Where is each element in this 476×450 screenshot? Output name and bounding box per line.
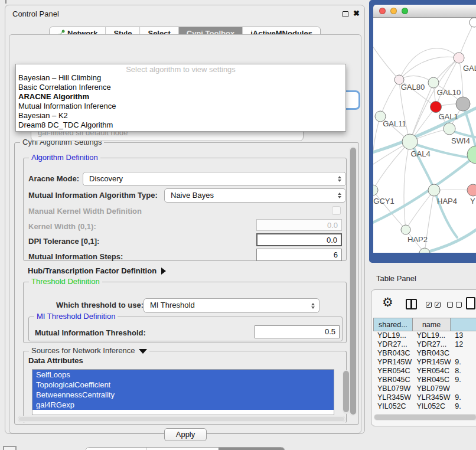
dpi-tolerance-label: DPI Tolerance [0,1]: — [28, 237, 99, 246]
network-window-titlebar[interactable] — [373, 5, 476, 18]
threshold-definition-title: Threshold Definition — [29, 277, 102, 286]
settings-horizontal-scrollbar[interactable] — [18, 416, 345, 422]
attribute-item-gal4rgexp[interactable]: gal4RGexp — [32, 400, 334, 410]
table-cell: YBL079W — [373, 384, 412, 393]
minimize-traffic-light[interactable] — [390, 8, 397, 14]
table-cell: YBR045C — [373, 376, 412, 384]
mi-threshold-group-title: MI Threshold Definition — [34, 312, 118, 321]
table-row[interactable]: YDL19...YDL19...13 — [373, 331, 476, 340]
settings-vertical-scrollbar[interactable] — [349, 146, 357, 416]
mi-steps-field[interactable]: 6 — [256, 249, 342, 261]
table-panel-title: Table Panel — [376, 274, 416, 283]
attribute-item-betweennesscentrality[interactable]: BetweennessCentrality — [32, 390, 334, 400]
network-edge — [404, 142, 410, 230]
tab-infer-network[interactable]: Infer Network — [219, 448, 285, 450]
kernel-width-field[interactable]: 0.0 — [256, 219, 342, 231]
table-row[interactable]: YBR045CYBR045C9. — [373, 376, 476, 384]
network-canvas[interactable]: GAL7GAL80GAL10GAL1GAL11SWI4GAL4GCY1HAP4Y… — [373, 18, 476, 253]
algorithm-option-basic-correlation-inference[interactable]: Basic Correlation Inference — [16, 83, 345, 92]
network-node[interactable] — [401, 225, 410, 234]
application-root: Control Panel ✖ NetworkStyleSelectCyni T… — [0, 0, 476, 450]
column-header[interactable] — [451, 318, 476, 331]
network-node[interactable] — [428, 77, 439, 88]
mi-threshold-field[interactable]: 0.5 — [255, 325, 340, 338]
algorithm-definition-group: Algorithm Definition Aracne Mode: Discov… — [23, 158, 347, 261]
network-node[interactable] — [431, 102, 442, 113]
network-edge — [373, 44, 399, 80]
network-node[interactable] — [373, 185, 378, 195]
triangle-right-icon — [161, 268, 166, 275]
sources-group: Sources for Network Inference Data Attri… — [23, 351, 347, 423]
node-label-gal80: GAL80 — [401, 83, 425, 92]
split-columns-icon[interactable] — [406, 299, 417, 309]
column-header[interactable]: shared... — [373, 318, 413, 331]
node-label-gal10: GAL10 — [437, 88, 461, 97]
table-row[interactable]: YDR27...YDR27...12 — [373, 340, 476, 349]
hub-definition-toggle[interactable]: Hub/Transcription Factor Definition — [28, 266, 166, 275]
mi-type-combo[interactable]: Naive Bayes — [164, 188, 346, 203]
algorithm-dropdown-popup: Select algorithm to view settings Bayesi… — [15, 64, 346, 132]
table-row[interactable]: YLR345WYLR345W9. — [373, 393, 476, 402]
network-node[interactable] — [456, 97, 470, 111]
algorithm-option-bayesian-hill-climbing[interactable]: Bayesian – Hill Climbing — [16, 73, 345, 83]
zoom-traffic-light[interactable] — [402, 8, 408, 14]
network-node[interactable] — [444, 123, 455, 135]
apply-button[interactable]: Apply — [164, 428, 207, 441]
control-panel-window: Control Panel ✖ NetworkStyleSelectCyni T… — [5, 5, 365, 434]
table-cell: YPR145W — [373, 358, 412, 367]
close-icon[interactable]: ✖ — [353, 9, 360, 18]
algorithm-option-dream8-dc-tdc-algorithm[interactable]: Dream8 DC_TDC Algorithm — [16, 120, 345, 130]
table-cell: YBR043C — [412, 349, 451, 358]
network-node[interactable] — [470, 18, 476, 27]
table-cell: YIL052C — [373, 402, 412, 411]
attribute-item-selfloops[interactable]: SelfLoops — [32, 370, 334, 380]
mi-threshold-group: MI Threshold Definition Mutual Informati… — [28, 317, 343, 341]
table-cell — [451, 384, 476, 393]
algorithm-option-mutual-information-inference[interactable]: Mutual Information Inference — [16, 102, 345, 111]
aracne-mode-combo[interactable]: Discovery — [83, 172, 346, 186]
data-attributes-list: SelfLoopsTopologicalCoefficientBetweenne… — [32, 369, 334, 415]
triangle-down-icon[interactable] — [139, 349, 147, 354]
unchecked-checkbox-icon[interactable] — [456, 302, 462, 308]
table-row[interactable]: YBR043CYBR043C — [373, 349, 476, 358]
table-cell: 8. — [451, 367, 476, 376]
algorithm-option-bayesian-k2[interactable]: Bayesian – K2 — [16, 111, 345, 120]
float-window-icon[interactable] — [343, 11, 348, 17]
checked-checkbox-icon[interactable]: ✓ — [426, 302, 432, 308]
unchecked-checkbox-icon[interactable] — [447, 302, 453, 308]
network-graph: GAL7GAL80GAL10GAL1GAL11SWI4GAL4GCY1HAP4Y… — [373, 18, 476, 253]
table-row[interactable]: YPR145WYPR145W9. — [373, 358, 476, 367]
network-node[interactable] — [467, 184, 476, 196]
network-node[interactable] — [454, 53, 464, 63]
dpi-tolerance-field[interactable]: 0.0 — [256, 233, 342, 246]
table-row[interactable]: YIL052CYIL052C9. — [373, 402, 476, 411]
network-node[interactable] — [428, 184, 440, 196]
column-header[interactable]: name — [413, 318, 451, 331]
table-panel: ⚙ ✓ ✓ shared...nameYDL19...YDL19...13YDR… — [371, 289, 476, 426]
checked-checkbox-icon[interactable]: ✓ — [435, 302, 441, 308]
table-cell: YER054C — [373, 367, 412, 376]
which-threshold-combo[interactable]: MI Threshold — [144, 298, 319, 313]
data-attributes-label: Data Attributes — [28, 356, 83, 365]
table-row[interactable]: YER054CYER054C8. — [373, 367, 476, 376]
attribute-item-topologicalcoefficient[interactable]: TopologicalCoefficient — [32, 380, 334, 390]
document-icon[interactable] — [466, 297, 475, 309]
tab-discretize-data[interactable]: Discretize Data — [146, 448, 219, 450]
network-edge — [380, 80, 399, 116]
minimized-window-icon[interactable] — [3, 446, 17, 450]
close-traffic-light[interactable] — [379, 8, 386, 14]
tab-impute-data[interactable]: Impute Data — [86, 448, 146, 450]
node-label-hap2: HAP2 — [407, 235, 428, 244]
network-node[interactable] — [402, 134, 418, 149]
table-cell: YBR045C — [412, 376, 451, 384]
table-horizontal-scrollbar[interactable] — [374, 414, 476, 420]
node-label-gal11: GAL11 — [383, 119, 406, 128]
manual-kernel-checkbox[interactable] — [332, 206, 341, 215]
node-attribute-table: shared...nameYDL19...YDL19...13YDR27...Y… — [373, 318, 476, 414]
window-edge-tick — [5, 0, 6, 4]
table-row[interactable]: YBL079WYBL079W — [373, 384, 476, 393]
which-threshold-value: MI Threshold — [150, 301, 195, 309]
table-cell: YLR345W — [412, 393, 451, 402]
algorithm-option-aracne-algorithm[interactable]: ARACNE Algorithm — [16, 92, 345, 102]
gear-icon[interactable]: ⚙ — [382, 295, 393, 309]
